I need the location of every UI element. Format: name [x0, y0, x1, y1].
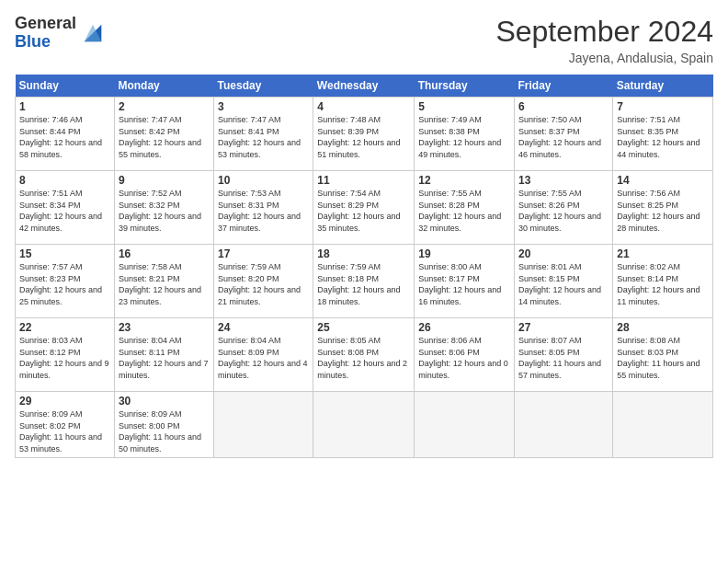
day-cell: 5 Sunrise: 7:49 AMSunset: 8:38 PMDayligh…: [415, 98, 515, 171]
day-number: 28: [617, 321, 709, 334]
col-sunday: Sunday: [16, 75, 115, 98]
day-cell: 25 Sunrise: 8:05 AMSunset: 8:08 PMDaylig…: [313, 318, 415, 392]
col-friday: Friday: [515, 75, 613, 98]
day-cell: 20 Sunrise: 8:01 AMSunset: 8:15 PMDaylig…: [515, 245, 613, 318]
logo-general-text: General: [15, 15, 76, 33]
day-number: 2: [119, 100, 210, 113]
empty-day-cell: [313, 392, 415, 458]
empty-day-cell: [214, 392, 313, 458]
day-info: Sunrise: 8:08 AMSunset: 8:03 PMDaylight:…: [617, 336, 700, 380]
day-number: 25: [317, 321, 410, 334]
day-info: Sunrise: 7:53 AMSunset: 8:31 PMDaylight:…: [218, 189, 301, 233]
day-info: Sunrise: 7:51 AMSunset: 8:34 PMDaylight:…: [19, 189, 102, 233]
day-cell: 2 Sunrise: 7:47 AMSunset: 8:42 PMDayligh…: [114, 98, 213, 171]
day-cell: 28 Sunrise: 8:08 AMSunset: 8:03 PMDaylig…: [613, 318, 713, 392]
day-number: 17: [218, 247, 309, 260]
day-number: 14: [617, 174, 709, 187]
col-saturday: Saturday: [613, 75, 713, 98]
page: General Blue September 2024 Jayena, Anda…: [0, 0, 728, 563]
day-cell: 29 Sunrise: 8:09 AMSunset: 8:02 PMDaylig…: [16, 392, 115, 458]
day-number: 20: [518, 247, 609, 260]
day-info: Sunrise: 8:00 AMSunset: 8:17 PMDaylight:…: [418, 262, 501, 306]
day-info: Sunrise: 7:47 AMSunset: 8:42 PMDaylight:…: [119, 115, 201, 159]
day-number: 13: [518, 174, 609, 187]
logo: General Blue: [15, 15, 106, 52]
col-wednesday: Wednesday: [313, 75, 415, 98]
empty-day-cell: [613, 392, 713, 458]
day-number: 8: [19, 174, 110, 187]
calendar-week-row: 15 Sunrise: 7:57 AMSunset: 8:23 PMDaylig…: [16, 245, 713, 318]
calendar-table: Sunday Monday Tuesday Wednesday Thursday…: [15, 75, 713, 458]
day-info: Sunrise: 7:54 AMSunset: 8:29 PMDaylight:…: [317, 189, 400, 233]
day-cell: 1 Sunrise: 7:46 AMSunset: 8:44 PMDayligh…: [16, 98, 115, 171]
day-number: 9: [119, 174, 210, 187]
day-info: Sunrise: 7:49 AMSunset: 8:38 PMDaylight:…: [418, 115, 501, 159]
day-cell: 12 Sunrise: 7:55 AMSunset: 8:28 PMDaylig…: [415, 171, 515, 245]
day-info: Sunrise: 7:50 AMSunset: 8:37 PMDaylight:…: [518, 115, 601, 159]
day-info: Sunrise: 8:09 AMSunset: 8:00 PMDaylight:…: [119, 409, 201, 454]
day-cell: 11 Sunrise: 7:54 AMSunset: 8:29 PMDaylig…: [313, 171, 415, 245]
header: General Blue September 2024 Jayena, Anda…: [15, 15, 713, 65]
day-info: Sunrise: 8:04 AMSunset: 8:09 PMDaylight:…: [218, 336, 308, 380]
day-number: 3: [218, 100, 309, 113]
col-thursday: Thursday: [415, 75, 515, 98]
calendar-week-row: 22 Sunrise: 8:03 AMSunset: 8:12 PMDaylig…: [16, 318, 713, 392]
day-info: Sunrise: 8:02 AMSunset: 8:14 PMDaylight:…: [617, 262, 700, 306]
day-info: Sunrise: 7:58 AMSunset: 8:21 PMDaylight:…: [119, 262, 201, 306]
day-info: Sunrise: 7:55 AMSunset: 8:28 PMDaylight:…: [418, 189, 501, 233]
day-number: 23: [119, 321, 210, 334]
day-cell: 26 Sunrise: 8:06 AMSunset: 8:06 PMDaylig…: [415, 318, 515, 392]
day-number: 11: [317, 174, 410, 187]
day-info: Sunrise: 7:57 AMSunset: 8:23 PMDaylight:…: [19, 262, 102, 306]
day-number: 24: [218, 321, 309, 334]
calendar-header-row: Sunday Monday Tuesday Wednesday Thursday…: [16, 75, 713, 98]
day-cell: 27 Sunrise: 8:07 AMSunset: 8:05 PMDaylig…: [515, 318, 613, 392]
day-info: Sunrise: 7:46 AMSunset: 8:44 PMDaylight:…: [19, 115, 102, 159]
day-cell: 16 Sunrise: 7:58 AMSunset: 8:21 PMDaylig…: [114, 245, 213, 318]
day-cell: 22 Sunrise: 8:03 AMSunset: 8:12 PMDaylig…: [16, 318, 115, 392]
day-number: 21: [617, 247, 709, 260]
day-cell: 13 Sunrise: 7:55 AMSunset: 8:26 PMDaylig…: [515, 171, 613, 245]
day-info: Sunrise: 8:07 AMSunset: 8:05 PMDaylight:…: [518, 336, 601, 380]
day-info: Sunrise: 7:56 AMSunset: 8:25 PMDaylight:…: [617, 189, 700, 233]
calendar-week-row: 1 Sunrise: 7:46 AMSunset: 8:44 PMDayligh…: [16, 98, 713, 171]
day-cell: 15 Sunrise: 7:57 AMSunset: 8:23 PMDaylig…: [16, 245, 115, 318]
day-number: 26: [418, 321, 510, 334]
day-number: 1: [19, 100, 110, 113]
day-number: 5: [418, 100, 510, 113]
col-monday: Monday: [114, 75, 213, 98]
day-number: 29: [19, 395, 110, 408]
day-info: Sunrise: 8:01 AMSunset: 8:15 PMDaylight:…: [518, 262, 601, 306]
day-info: Sunrise: 7:47 AMSunset: 8:41 PMDaylight:…: [218, 115, 301, 159]
day-cell: 23 Sunrise: 8:04 AMSunset: 8:11 PMDaylig…: [114, 318, 213, 392]
day-info: Sunrise: 8:03 AMSunset: 8:12 PMDaylight:…: [19, 336, 109, 380]
day-cell: 9 Sunrise: 7:52 AMSunset: 8:32 PMDayligh…: [114, 171, 213, 245]
day-info: Sunrise: 7:59 AMSunset: 8:20 PMDaylight:…: [218, 262, 301, 306]
day-cell: 17 Sunrise: 7:59 AMSunset: 8:20 PMDaylig…: [214, 245, 313, 318]
day-number: 15: [19, 247, 110, 260]
logo-icon: [80, 20, 106, 46]
day-info: Sunrise: 8:06 AMSunset: 8:06 PMDaylight:…: [418, 336, 508, 380]
day-info: Sunrise: 8:09 AMSunset: 8:02 PMDaylight:…: [19, 409, 102, 454]
day-info: Sunrise: 7:55 AMSunset: 8:26 PMDaylight:…: [518, 189, 601, 233]
day-info: Sunrise: 7:59 AMSunset: 8:18 PMDaylight:…: [317, 262, 400, 306]
day-info: Sunrise: 7:52 AMSunset: 8:32 PMDaylight:…: [119, 189, 201, 233]
month-title: September 2024: [495, 15, 713, 49]
day-info: Sunrise: 8:04 AMSunset: 8:11 PMDaylight:…: [119, 336, 209, 380]
day-number: 30: [119, 395, 210, 408]
logo-blue-text: Blue: [15, 33, 76, 52]
day-number: 4: [317, 100, 410, 113]
day-number: 18: [317, 247, 410, 260]
day-cell: 30 Sunrise: 8:09 AMSunset: 8:00 PMDaylig…: [114, 392, 213, 458]
day-cell: 21 Sunrise: 8:02 AMSunset: 8:14 PMDaylig…: [613, 245, 713, 318]
empty-day-cell: [415, 392, 515, 458]
day-cell: 4 Sunrise: 7:48 AMSunset: 8:39 PMDayligh…: [313, 98, 415, 171]
title-section: September 2024 Jayena, Andalusia, Spain: [495, 15, 713, 65]
day-cell: 8 Sunrise: 7:51 AMSunset: 8:34 PMDayligh…: [16, 171, 115, 245]
day-cell: 7 Sunrise: 7:51 AMSunset: 8:35 PMDayligh…: [613, 98, 713, 171]
day-number: 16: [119, 247, 210, 260]
day-number: 27: [518, 321, 609, 334]
col-tuesday: Tuesday: [214, 75, 313, 98]
location: Jayena, Andalusia, Spain: [495, 51, 713, 65]
day-cell: 10 Sunrise: 7:53 AMSunset: 8:31 PMDaylig…: [214, 171, 313, 245]
